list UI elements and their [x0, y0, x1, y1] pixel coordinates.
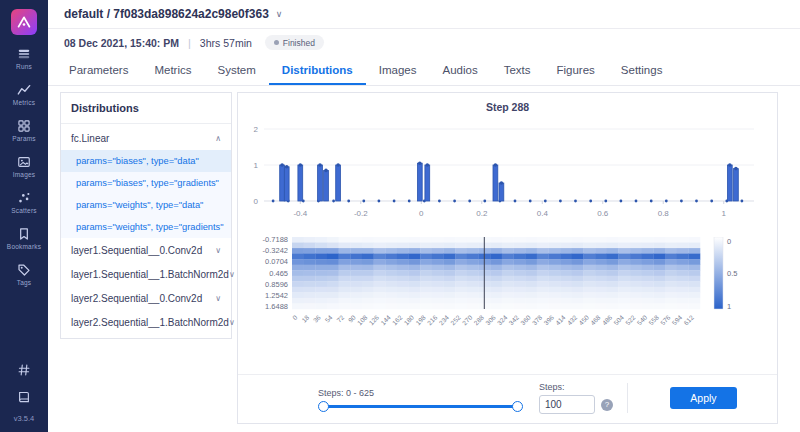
chevron-down-icon: ∨	[229, 270, 235, 279]
svg-text:576: 576	[659, 313, 672, 326]
svg-text:126: 126	[367, 313, 380, 326]
svg-text:54: 54	[323, 313, 333, 323]
histogram-chart[interactable]: 012-0.4-0.200.20.40.60.81	[246, 117, 769, 231]
svg-text:0.8: 0.8	[658, 209, 670, 218]
tab-system[interactable]: System	[205, 56, 269, 85]
svg-text:198: 198	[414, 313, 427, 326]
tree-node-layer1-conv2d[interactable]: layer1.Sequential__0.Conv2d ∨	[61, 238, 231, 262]
svg-text:-0.4: -0.4	[293, 209, 307, 218]
chart-footer: Steps: 0 - 625 Steps: ?	[238, 374, 777, 423]
svg-text:324: 324	[496, 313, 509, 326]
steps-input-row: ?	[539, 395, 613, 414]
apply-button[interactable]: Apply	[670, 387, 736, 409]
tab-settings[interactable]: Settings	[608, 56, 676, 85]
sidebar-item-scatters[interactable]: Scatters	[0, 185, 48, 221]
tree-leaf-weights-data[interactable]: params="weights", type="data"	[61, 194, 231, 216]
meta-separator: |	[188, 37, 191, 49]
tabs-row: Parameters Metrics System Distributions …	[48, 56, 800, 86]
tree-node-label: layer1.Sequential__1.BatchNorm2d	[71, 269, 229, 280]
sidebar-item-label: Images	[13, 171, 36, 178]
sidebar-item-label: Scatters	[11, 207, 36, 214]
info-icon[interactable]: ?	[601, 399, 613, 411]
svg-text:486: 486	[601, 313, 614, 326]
tree-leaf-biases-data[interactable]: params="biases", type="data"	[61, 150, 231, 172]
run-date: 08 Dec 2021, 15:40: PM	[64, 37, 179, 49]
docs-icon[interactable]	[17, 390, 31, 404]
svg-text:2: 2	[254, 125, 259, 134]
tree-leaf-biases-gradients[interactable]: params="biases", type="gradients"	[61, 172, 231, 194]
scatters-icon	[17, 191, 31, 205]
tags-icon	[17, 263, 31, 277]
tab-distributions[interactable]: Distributions	[269, 56, 366, 85]
tree-node-fc-linear[interactable]: fc.Linear ∧	[61, 126, 231, 150]
svg-text:0: 0	[254, 197, 259, 206]
heatmap-chart[interactable]: -0.7188-0.32420.07040.4650.85961.25421.6…	[246, 237, 769, 347]
steps-range-slider[interactable]	[323, 405, 518, 408]
svg-text:504: 504	[612, 313, 625, 326]
distributions-tree: fc.Linear ∧ params="biases", type="data"…	[61, 124, 231, 338]
svg-text:0.4: 0.4	[537, 209, 549, 218]
svg-text:0: 0	[419, 209, 424, 218]
tab-images[interactable]: Images	[366, 56, 430, 85]
steps-range-slider-group: Steps: 0 - 625	[318, 388, 523, 408]
svg-text:234: 234	[437, 313, 450, 326]
tree-node-label: fc.Linear	[71, 133, 109, 144]
sidebar-item-tags[interactable]: Tags	[0, 257, 48, 293]
sidebar-item-runs[interactable]: Runs	[0, 41, 48, 77]
svg-text:540: 540	[636, 313, 649, 326]
tab-metrics[interactable]: Metrics	[141, 56, 204, 85]
runs-icon	[17, 47, 31, 61]
steps-input[interactable]	[539, 395, 595, 414]
sidebar-item-images[interactable]: Images	[0, 149, 48, 185]
svg-text:0.0704: 0.0704	[265, 257, 288, 266]
svg-text:0.8596: 0.8596	[265, 280, 288, 289]
tree-node-layer2-conv2d[interactable]: layer2.Sequential__0.Conv2d ∨	[61, 286, 231, 310]
chevron-down-icon: ∨	[229, 318, 235, 327]
tab-audios[interactable]: Audios	[429, 56, 490, 85]
app: Runs Metrics Params Images Scatters Book…	[0, 0, 800, 432]
svg-text:144: 144	[379, 313, 392, 326]
sidebar-item-label: Bookmarks	[7, 243, 41, 250]
apply-area: Apply	[642, 387, 765, 409]
svg-text:306: 306	[484, 313, 497, 326]
tree-leaf-weights-gradients[interactable]: params="weights", type="gradients"	[61, 216, 231, 238]
svg-text:1: 1	[727, 302, 731, 311]
community-icon[interactable]	[17, 363, 31, 377]
footer-divider	[627, 383, 628, 413]
svg-text:468: 468	[589, 313, 602, 326]
svg-text:270: 270	[461, 313, 474, 326]
main: default / 7f083da898624a2c98e0f363 ∨ 08 …	[48, 0, 800, 432]
sidebar-item-label: Metrics	[13, 99, 35, 106]
svg-text:342: 342	[507, 313, 520, 326]
sidebar: Runs Metrics Params Images Scatters Book…	[0, 0, 48, 432]
svg-text:36: 36	[312, 313, 322, 323]
sidebar-item-params[interactable]: Params	[0, 113, 48, 149]
svg-text:432: 432	[566, 313, 579, 326]
svg-text:450: 450	[577, 313, 590, 326]
tree-children: params="biases", type="data" params="bia…	[61, 150, 231, 238]
tab-figures[interactable]: Figures	[544, 56, 608, 85]
svg-text:0: 0	[291, 313, 299, 321]
tree-node-layer1-batchnorm2d[interactable]: layer1.Sequential__1.BatchNorm2d ∨	[61, 262, 231, 286]
svg-text:-0.7188: -0.7188	[263, 237, 288, 244]
svg-text:396: 396	[542, 313, 555, 326]
svg-text:108: 108	[356, 313, 369, 326]
distributions-panel: Distributions fc.Linear ∧ params="biases…	[60, 92, 232, 339]
slider-handle-max[interactable]	[512, 401, 523, 412]
svg-text:1.2542: 1.2542	[265, 291, 288, 300]
sidebar-item-metrics[interactable]: Metrics	[0, 77, 48, 113]
distributions-panel-title: Distributions	[61, 93, 231, 124]
tree-node-layer2-batchnorm2d[interactable]: layer2.Sequential__1.BatchNorm2d ∨	[61, 310, 231, 334]
status-label: Finished	[283, 38, 315, 48]
svg-text:612: 612	[682, 313, 695, 326]
svg-text:1.6488: 1.6488	[265, 302, 288, 311]
steps-range-label: Steps: 0 - 625	[318, 388, 523, 398]
slider-handle-min[interactable]	[318, 401, 329, 412]
tree-node-label: layer1.Sequential__0.Conv2d	[71, 245, 202, 256]
tab-parameters[interactable]: Parameters	[56, 56, 141, 85]
sidebar-item-bookmarks[interactable]: Bookmarks	[0, 221, 48, 257]
chevron-down-icon[interactable]: ∨	[276, 9, 283, 19]
tab-texts[interactable]: Texts	[491, 56, 544, 85]
svg-text:1: 1	[254, 161, 259, 170]
aim-logo[interactable]	[11, 9, 37, 35]
